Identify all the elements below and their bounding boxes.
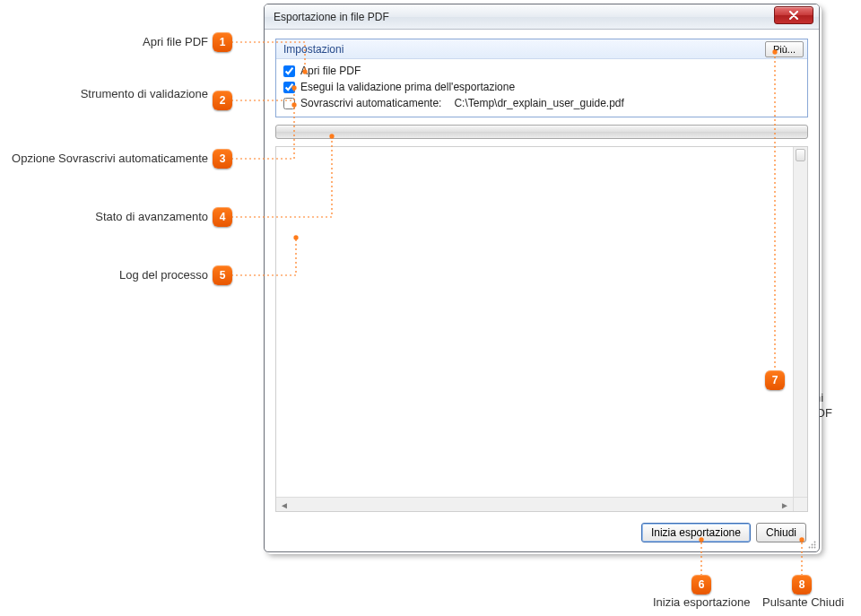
overwrite-path: C:\Temp\dr_explain_user_guide.pdf xyxy=(454,97,623,109)
callout-marker-6: 6 xyxy=(691,575,711,594)
settings-body: Apri file PDF Esegui la validazione prim… xyxy=(276,59,807,117)
overwrite-checkbox[interactable] xyxy=(283,98,295,109)
callout-label-4: Stato di avanzamento xyxy=(11,210,208,225)
svg-point-4 xyxy=(809,547,811,549)
more-options-button[interactable]: Più... xyxy=(765,41,804,57)
progress-bar xyxy=(275,125,808,139)
callout-marker-1: 1 xyxy=(213,32,232,52)
validate-row[interactable]: Esegui la validazione prima dell'esporta… xyxy=(283,79,800,95)
settings-title: Impostazioni xyxy=(283,43,344,56)
scroll-up-button[interactable] xyxy=(796,149,805,161)
close-button[interactable]: Chiudi xyxy=(756,523,806,542)
settings-header: Impostazioni Più... xyxy=(276,39,807,59)
svg-point-2 xyxy=(812,544,813,546)
svg-point-1 xyxy=(814,542,816,543)
log-horizontal-scrollbar[interactable]: ◄ ► xyxy=(276,497,793,511)
callout-marker-4: 4 xyxy=(213,207,232,227)
callout-marker-2: 2 xyxy=(213,91,232,110)
callout-label-5: Log del processo xyxy=(11,268,208,283)
log-vertical-scrollbar[interactable] xyxy=(793,147,807,497)
scrollbar-corner xyxy=(793,497,807,511)
dialog-body: Impostazioni Più... Apri file PDF Esegui… xyxy=(265,30,819,551)
overwrite-row[interactable]: Sovrascrivi automaticamente: C:\Temp\dr_… xyxy=(283,95,800,111)
start-export-button[interactable]: Inizia esportazione xyxy=(641,523,751,542)
export-pdf-dialog: Esportazione in file PDF Impostazioni Pi… xyxy=(264,4,820,552)
log-area[interactable]: ◄ ► xyxy=(275,146,808,512)
close-icon xyxy=(788,11,799,20)
callout-marker-5: 5 xyxy=(213,265,232,285)
titlebar[interactable]: Esportazione in file PDF xyxy=(265,4,819,30)
callout-label-1: Apri file PDF xyxy=(11,35,208,50)
validate-label: Esegui la validazione prima dell'esporta… xyxy=(300,81,515,93)
settings-panel: Impostazioni Più... Apri file PDF Esegui… xyxy=(275,39,808,117)
window-close-button[interactable] xyxy=(774,6,813,24)
callout-marker-3: 3 xyxy=(213,149,232,169)
open-pdf-label: Apri file PDF xyxy=(300,65,361,77)
open-pdf-row[interactable]: Apri file PDF xyxy=(283,63,800,79)
callout-label-6: Inizia esportazione xyxy=(653,595,750,611)
svg-point-3 xyxy=(814,544,816,546)
callout-label-8: Pulsante Chiudi xyxy=(762,595,844,611)
callout-marker-7: 7 xyxy=(765,370,785,390)
scroll-left-icon[interactable]: ◄ xyxy=(278,499,291,510)
resize-grip-icon[interactable] xyxy=(807,540,816,549)
dialog-button-row: Inizia esportazione Chiudi xyxy=(275,519,808,546)
callout-label-2: Strumento di validazione xyxy=(11,87,208,102)
validate-checkbox[interactable] xyxy=(283,82,295,93)
svg-point-6 xyxy=(814,547,816,549)
dialog-title: Esportazione in file PDF xyxy=(274,11,389,23)
callout-marker-8: 8 xyxy=(792,575,812,594)
overwrite-label: Sovrascrivi automaticamente: xyxy=(300,97,441,109)
scroll-right-icon[interactable]: ► xyxy=(778,499,791,510)
svg-point-5 xyxy=(812,547,813,549)
open-pdf-checkbox[interactable] xyxy=(283,65,295,77)
callout-label-3: Opzione Sovrascrivi automaticamente xyxy=(11,152,208,167)
